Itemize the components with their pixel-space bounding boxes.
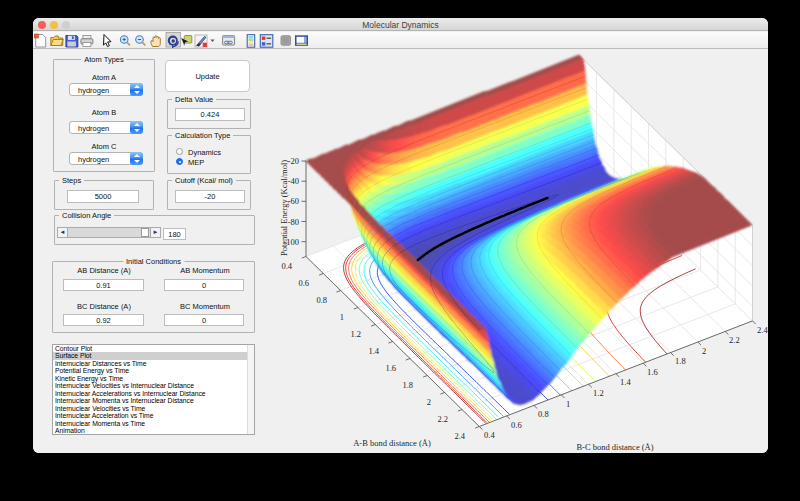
svg-text:0.4: 0.4 [484, 430, 495, 440]
svg-text:2.4: 2.4 [454, 431, 465, 441]
svg-text:A-B bond distance (Å): A-B bond distance (Å) [353, 438, 431, 448]
svg-text:2: 2 [702, 346, 706, 356]
svg-text:1: 1 [566, 399, 570, 409]
svg-text:2: 2 [427, 397, 431, 407]
svg-text:1.6: 1.6 [647, 367, 658, 377]
svg-text:0.8: 0.8 [316, 295, 327, 305]
svg-text:B-C bond distance (Å): B-C bond distance (Å) [576, 442, 653, 452]
svg-text:1.4: 1.4 [368, 346, 379, 356]
svg-text:-60: -60 [288, 196, 299, 206]
svg-text:0.8: 0.8 [538, 409, 549, 419]
svg-text:2.2: 2.2 [437, 414, 448, 424]
svg-text:1.2: 1.2 [350, 329, 361, 339]
svg-text:0.6: 0.6 [298, 278, 309, 288]
svg-text:0.4: 0.4 [281, 261, 292, 271]
svg-text:2.2: 2.2 [729, 335, 740, 345]
svg-text:0.6: 0.6 [511, 420, 522, 430]
svg-text:-40: -40 [288, 176, 299, 186]
svg-text:Potential Energy (Kcal/mol): Potential Energy (Kcal/mol) [279, 160, 289, 256]
svg-text:1.8: 1.8 [402, 380, 413, 390]
svg-text:-80: -80 [288, 217, 299, 227]
svg-text:1: 1 [340, 312, 344, 322]
svg-text:1.4: 1.4 [620, 377, 631, 387]
svg-text:1.6: 1.6 [385, 363, 396, 373]
svg-text:2.4: 2.4 [757, 325, 768, 335]
svg-text:1.2: 1.2 [593, 388, 604, 398]
svg-text:-20: -20 [288, 156, 299, 166]
svg-text:1.8: 1.8 [675, 356, 686, 366]
